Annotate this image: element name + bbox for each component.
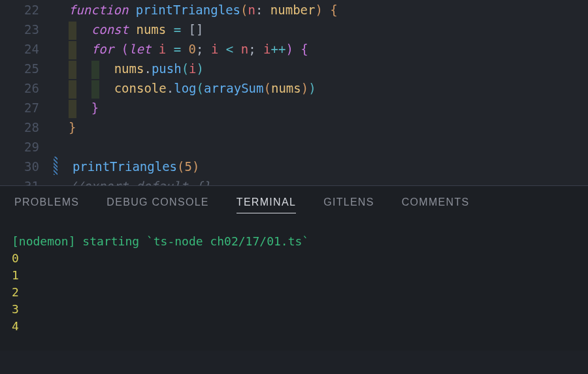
code-token: ;	[248, 42, 263, 56]
code-token: )	[315, 3, 322, 17]
code-token: {	[330, 3, 337, 17]
code-token	[166, 22, 173, 37]
code-token: ;	[196, 42, 211, 56]
code-line[interactable]: 29	[0, 137, 588, 157]
code-token: =	[174, 22, 181, 37]
code-token: i	[159, 42, 166, 56]
code-token: number	[270, 3, 316, 17]
panel-tab-problems[interactable]: PROBLEMS	[14, 196, 79, 213]
code-token	[166, 42, 173, 56]
code-token: arraySum	[204, 81, 264, 95]
terminal-output[interactable]: [nodemon] starting `ts-node ch02/17/01.t…	[0, 221, 588, 335]
panel-tab-gitlens[interactable]: GITLENS	[323, 196, 374, 213]
code-token: //export default {}	[69, 179, 210, 185]
code-line[interactable]: 25 nums.push(i)	[0, 59, 588, 78]
code-token: )	[301, 81, 308, 95]
code-token: (	[182, 61, 189, 76]
code-token: ++	[271, 42, 286, 56]
panel-tab-terminal[interactable]: TERMINAL	[237, 196, 296, 213]
terminal-line: 1	[12, 267, 576, 284]
code-token: )	[308, 81, 316, 95]
code-token: function	[69, 3, 129, 17]
terminal-line: 3	[12, 301, 576, 318]
code-token: for	[91, 42, 114, 56]
code-token: 5	[185, 159, 192, 174]
code-token: {	[301, 42, 308, 56]
code-token: )	[192, 159, 199, 174]
code-token: (	[122, 42, 129, 56]
panel-tabs: PROBLEMSDEBUG CONSOLETERMINALGITLENSCOMM…	[0, 196, 588, 221]
code-token	[293, 42, 301, 56]
code-content[interactable]: for (let i = 0; i < n; i++) {	[54, 39, 308, 59]
code-token: )	[286, 42, 293, 56]
code-token: (	[177, 159, 184, 174]
code-token	[129, 22, 136, 37]
code-token: console	[114, 81, 167, 95]
code-token	[181, 42, 188, 56]
line-number: 29	[0, 137, 54, 157]
code-token: nums	[136, 22, 166, 37]
code-token	[218, 42, 225, 56]
code-token: let	[129, 42, 151, 56]
line-number: 26	[0, 78, 54, 98]
code-token: nums	[114, 61, 144, 76]
indent-guide	[69, 22, 76, 40]
code-token: printTriangles	[136, 3, 240, 17]
code-content[interactable]: nums.push(i)	[54, 59, 204, 79]
code-line[interactable]: 31 //export default {}	[0, 176, 588, 185]
code-line[interactable]: 23 const nums = []	[0, 20, 588, 39]
terminal-line: 2	[12, 284, 576, 301]
code-token	[233, 42, 240, 56]
code-content[interactable]: function printTriangles(n: number) {	[54, 0, 338, 20]
line-number: 25	[0, 59, 54, 78]
code-token: i	[263, 42, 270, 56]
code-line[interactable]: 22 function printTriangles(n: number) {	[0, 0, 588, 20]
code-line[interactable]: 26 console.log(arraySum(nums))	[0, 78, 588, 98]
code-token: n	[241, 42, 248, 56]
indent-guide	[69, 61, 76, 79]
code-content[interactable]: }	[54, 98, 99, 118]
code-line[interactable]: 24 for (let i = 0; i < n; i++) {	[0, 39, 588, 59]
code-token: n	[248, 3, 255, 17]
code-token	[181, 22, 188, 37]
code-token: .	[144, 61, 151, 76]
code-content[interactable]: const nums = []	[54, 20, 203, 40]
code-line[interactable]: 27 }	[0, 98, 588, 117]
code-token: printTriangles	[73, 159, 177, 174]
code-content[interactable]: printTriangles(5)	[57, 157, 199, 176]
code-token: (	[197, 81, 204, 95]
code-token	[128, 3, 135, 17]
code-token: (	[264, 81, 271, 95]
terminal-line: 0	[12, 250, 576, 267]
code-token: <	[226, 42, 233, 56]
code-token: []	[189, 22, 204, 37]
line-number: 23	[0, 20, 54, 39]
indent-guide	[69, 80, 76, 99]
code-content[interactable]	[54, 137, 69, 157]
line-number: 30	[0, 157, 54, 176]
code-token	[114, 42, 121, 56]
line-number: 28	[0, 117, 54, 137]
code-content[interactable]: //export default {}	[54, 176, 210, 185]
code-token: }	[69, 120, 76, 134]
code-editor[interactable]: 22 function printTriangles(n: number) {2…	[0, 0, 588, 185]
code-token: (	[240, 3, 248, 17]
code-token: 0	[189, 42, 196, 56]
code-token: i	[189, 61, 196, 76]
code-token: .	[167, 81, 174, 95]
code-line[interactable]: 28 }	[0, 117, 588, 137]
code-token: :	[255, 3, 270, 17]
code-content[interactable]: }	[54, 117, 76, 137]
code-token: const	[91, 22, 129, 37]
terminal-line: [nodemon] starting `ts-node ch02/17/01.t…	[12, 233, 576, 250]
bottom-panel: PROBLEMSDEBUG CONSOLETERMINALGITLENSCOMM…	[0, 186, 588, 351]
panel-tab-comments[interactable]: COMMENTS	[402, 196, 470, 213]
code-token: }	[91, 101, 99, 115]
indent-guide	[69, 41, 76, 59]
panel-tab-debug-console[interactable]: DEBUG CONSOLE	[106, 196, 209, 213]
code-line[interactable]: 30 printTriangles(5)	[0, 157, 588, 176]
code-token: push	[152, 61, 182, 76]
code-content[interactable]: console.log(arraySum(nums))	[54, 78, 316, 99]
terminal-line: 4	[12, 318, 576, 335]
code-token: log	[174, 81, 196, 95]
